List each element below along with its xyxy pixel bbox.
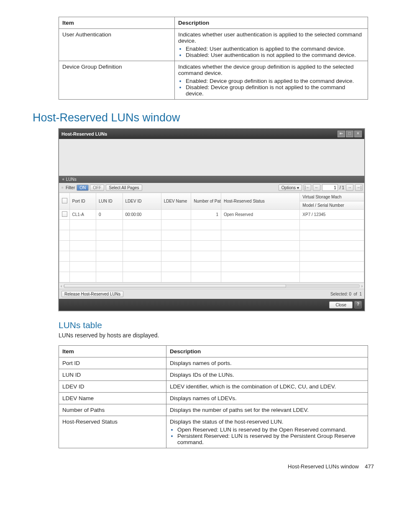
options-button[interactable]: Options ▾ — [279, 185, 302, 191]
col-host-reserved[interactable]: Host-Reserved Status — [221, 193, 299, 210]
window-footer: Close ? — [59, 299, 364, 311]
col-port-id[interactable]: Port ID — [69, 193, 96, 210]
col-desc: Description — [175, 17, 368, 29]
col-item: Item — [59, 17, 175, 29]
close-button[interactable]: Close — [329, 301, 353, 308]
page-footer: Host-Reserved LUNs window 477 — [25, 463, 374, 470]
page-next-icon[interactable]: → — [346, 184, 353, 191]
top-definition-table: Item Description User Authentication Ind… — [59, 17, 368, 100]
col-ldev-name[interactable]: LDEV Name — [161, 193, 191, 210]
page-current-field[interactable] — [322, 184, 338, 191]
table-row: LDEV NameDisplays names of LDEVs. — [59, 393, 368, 404]
col-num-paths[interactable]: Number of Paths — [191, 193, 221, 210]
window-titlebar: Host-Reserved LUNs ⇤ □ × — [59, 129, 364, 139]
grid-actions-bar: Release Host-Reserved LUNs Selected: 0 o… — [59, 289, 364, 299]
window-dock-icon[interactable]: ⇤ — [338, 131, 345, 137]
luns-section-bar: ✶ LUNs — [59, 176, 364, 183]
of-label: of — [354, 292, 357, 296]
select-all-pages-button[interactable]: Select All Pages — [106, 185, 142, 191]
subsection-intro: LUNs reserved by hosts are displayed. — [59, 332, 374, 339]
page-last-icon[interactable]: →| — [355, 184, 363, 191]
window-close-icon[interactable]: × — [354, 131, 362, 137]
subsection-heading: LUNs table — [59, 320, 374, 330]
filter-label: Filter — [66, 185, 75, 190]
page-number: 477 — [365, 463, 374, 470]
filter-off-toggle[interactable]: OFF — [90, 185, 104, 191]
luns-grid: Port ID LUN ID LDEV ID LDEV Name Number … — [59, 193, 364, 289]
luns-definition-table: Item Description Port IDDisplays names o… — [59, 345, 368, 448]
table-row: Device Group Definition Indicates whethe… — [59, 61, 368, 100]
filter-on-toggle[interactable]: ON — [77, 185, 89, 191]
help-icon[interactable]: ? — [354, 301, 362, 308]
star-icon: ✶ — [61, 177, 65, 182]
grid-toolbar: ✶ Filter ONOFF Select All Pages Options … — [59, 183, 364, 193]
row-checkbox[interactable] — [62, 211, 67, 217]
window-title: Host-Reserved LUNs — [61, 131, 107, 136]
selected-label: Selected: — [330, 292, 348, 296]
grid-scrollbar[interactable]: ‹ › — [59, 283, 364, 289]
table-row: Host-Reserved Status Displays the status… — [59, 416, 368, 448]
window-restore-icon[interactable]: □ — [346, 131, 353, 137]
col-item: Item — [59, 346, 166, 357]
grid-row[interactable]: CL1-A 0 00:00:00 1 Open Reserved XP7 / 1… — [59, 210, 364, 220]
table-row: LDEV IDLDEV identifier, which is the com… — [59, 381, 368, 393]
table-row: User Authentication Indicates whether us… — [59, 29, 368, 61]
section-heading: Host-Reserved LUNs window — [33, 111, 374, 124]
col-vsm-group[interactable]: Virtual Storage Mach — [300, 193, 364, 201]
col-checkbox[interactable] — [59, 193, 70, 210]
page-first-icon[interactable]: |← — [304, 184, 311, 191]
host-reserved-luns-window: Host-Reserved LUNs ⇤ □ × ✶ LUNs ✶ Filter… — [59, 129, 365, 311]
col-lun-id[interactable]: LUN ID — [96, 193, 123, 210]
total-count: 1 — [359, 292, 362, 296]
page-total-label: / 1 — [340, 185, 344, 190]
col-ldev-id[interactable]: LDEV ID — [123, 193, 161, 210]
table-row: Number of PathsDisplays the number of pa… — [59, 404, 368, 416]
col-desc: Description — [166, 346, 368, 357]
table-row: LUN IDDisplays IDs of the LUNs. — [59, 369, 368, 381]
page-prev-icon[interactable]: ← — [313, 184, 320, 191]
col-vsm-model[interactable]: Model / Serial Number — [300, 201, 364, 210]
filter-icon: ✶ — [61, 185, 64, 190]
release-luns-button[interactable]: Release Host-Reserved LUNs — [61, 291, 123, 297]
selected-count: 0 — [349, 292, 351, 296]
table-row: Port IDDisplays names of ports. — [59, 357, 368, 369]
